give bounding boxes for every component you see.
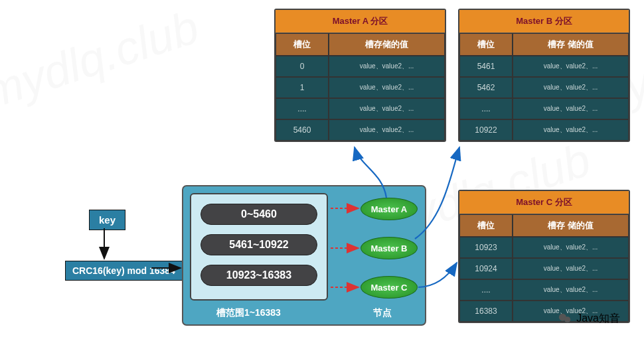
table-value: value、value2、... <box>513 279 629 301</box>
range-2: 10923~16383 <box>201 265 317 286</box>
wechat-text: Java知音 <box>576 312 620 326</box>
table-slot: 10924 <box>459 258 513 279</box>
table-slot: 1 <box>276 77 329 98</box>
table-slot: 10922 <box>459 119 513 141</box>
partition-b-head-slot: 槽位 <box>459 33 513 56</box>
partition-a-title: Master A 分区 <box>276 10 445 33</box>
table-value: value、value2、... <box>513 77 629 98</box>
crc-box: CRC16(key) mod 16384 <box>65 261 183 281</box>
table-value: value、value2、... <box>513 119 629 141</box>
table-value: value、value2、... <box>329 98 445 119</box>
table-value: value、value2、... <box>329 77 445 98</box>
partition-a-head-value: 槽存储的值 <box>329 33 445 56</box>
table-slot: 10923 <box>459 237 513 258</box>
slot-range-label: 槽范围1~16383 <box>216 307 281 319</box>
master-a-node: Master A <box>361 198 418 220</box>
partition-b: Master B 分区 槽位 槽存 储的值 5461value、value2、.… <box>458 9 630 142</box>
partition-b-head-value: 槽存 储的值 <box>513 33 629 56</box>
table-slot: 5462 <box>459 77 513 98</box>
table-slot: .... <box>276 98 329 119</box>
table-slot: 5461 <box>459 56 513 77</box>
table-value: value、value2、... <box>513 258 629 279</box>
master-b-node: Master B <box>361 237 418 259</box>
partition-c-head-value: 槽存 储的值 <box>513 214 629 237</box>
partition-b-title: Master B 分区 <box>459 10 629 33</box>
partition-a: Master A 分区 槽位 槽存储的值 0value、value2、... 1… <box>274 9 446 142</box>
watermark: mydlq.club <box>0 0 205 119</box>
table-slot: .... <box>459 98 513 119</box>
range-0: 0~5460 <box>201 204 317 225</box>
partition-c: Master C 分区 槽位 槽存 储的值 10923value、value2、… <box>458 190 630 323</box>
partition-c-title: Master C 分区 <box>459 191 629 214</box>
table-slot: 0 <box>276 56 329 77</box>
partition-c-head-slot: 槽位 <box>459 214 513 237</box>
key-box: key <box>89 210 125 230</box>
svg-point-1 <box>564 316 570 322</box>
table-slot: 16383 <box>459 301 513 322</box>
table-value: value、value2、... <box>513 56 629 77</box>
range-1: 5461~10922 <box>201 234 317 255</box>
wechat-credit: Java知音 <box>558 311 620 326</box>
table-slot: 5460 <box>276 119 329 141</box>
table-value: value、value2、... <box>513 237 629 258</box>
table-slot: .... <box>459 279 513 301</box>
partition-a-head-slot: 槽位 <box>276 33 329 56</box>
node-label: 节点 <box>373 307 392 319</box>
table-value: value、value2、... <box>329 56 445 77</box>
wechat-icon <box>558 311 572 326</box>
slot-ranges-box: 0~5460 5461~10922 10923~16383 <box>190 193 328 301</box>
master-c-node: Master C <box>361 276 418 299</box>
table-value: value、value2、... <box>329 119 445 141</box>
table-value: value、value2、... <box>513 98 629 119</box>
